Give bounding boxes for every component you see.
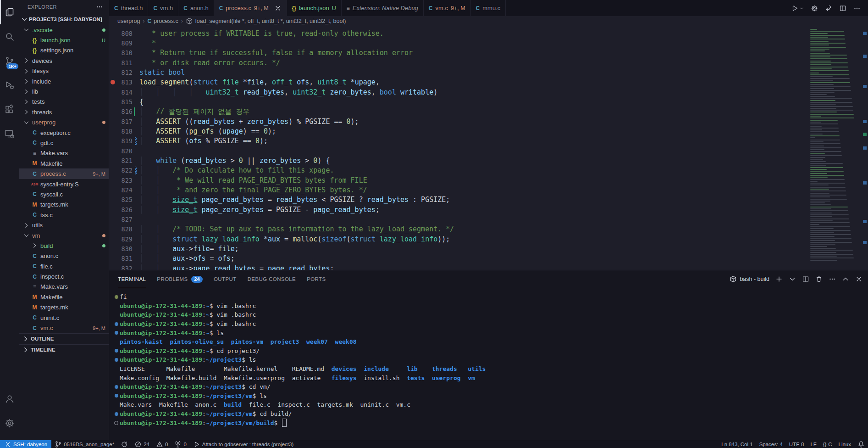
- close-panel-button[interactable]: [855, 275, 862, 283]
- tree-item-build[interactable]: build: [19, 241, 109, 251]
- tree-item-anon-c[interactable]: Canon.c: [19, 251, 109, 261]
- status-platform[interactable]: Linux: [835, 440, 855, 448]
- breadcrumb-item[interactable]: Cprocess.c: [148, 18, 178, 24]
- command-decoration[interactable]: [113, 349, 120, 353]
- code-area[interactable]: 808 * user process if WRITABLE is true, …: [109, 26, 807, 270]
- tab-thread-h[interactable]: Cthread.h: [109, 0, 148, 16]
- maximize-panel-button[interactable]: [842, 275, 849, 283]
- tree-item-tests[interactable]: tests: [19, 97, 109, 107]
- tree-item-devices[interactable]: devices: [19, 56, 109, 66]
- tab-mmu-c[interactable]: Cmmu.c: [471, 0, 506, 16]
- tree-item-userprog[interactable]: userprog: [19, 118, 109, 128]
- tab-vm-h[interactable]: Cvm.h: [148, 0, 178, 16]
- activity-item-explorer[interactable]: [0, 0, 19, 24]
- status-git-branch[interactable]: 0516DS_anon_page*: [51, 440, 117, 448]
- compare-changes-button[interactable]: [825, 5, 832, 12]
- tab-extension-native-debug[interactable]: ≡Extension: Native Debug: [342, 0, 424, 16]
- tree-item-lib[interactable]: lib: [19, 86, 109, 96]
- tree-item-threads[interactable]: threads: [19, 107, 109, 117]
- tree-item-make-vars[interactable]: ≡Make.vars: [19, 282, 109, 292]
- panel-tab-ports[interactable]: PORTS: [307, 270, 326, 288]
- tree-item-exception-c[interactable]: Cexception.c: [19, 128, 109, 138]
- run-button[interactable]: [791, 5, 804, 12]
- breadcrumb-item[interactable]: load_segment(file *, off_t, uint8_t *, u…: [186, 17, 346, 25]
- command-decoration[interactable]: [113, 331, 120, 335]
- activity-item-run-debug[interactable]: [0, 73, 19, 97]
- command-decoration[interactable]: [113, 412, 120, 416]
- command-decoration[interactable]: [113, 385, 120, 389]
- tab-process-c[interactable]: Cprocess.c9+, M: [214, 0, 287, 16]
- new-terminal-button[interactable]: [775, 275, 783, 283]
- panel-tab-terminal[interactable]: TERMINAL: [118, 270, 146, 288]
- tree-item-makefile[interactable]: MMakefile: [19, 292, 109, 302]
- tab-vm-c[interactable]: Cvm.c9+, M: [424, 0, 471, 16]
- more-actions-icon[interactable]: [96, 3, 103, 11]
- status-remote-indicator[interactable]: SSH: dabyeon: [0, 440, 51, 448]
- tree-item-launch-json[interactable]: {}launch.jsonU: [19, 35, 109, 45]
- tree-item--vscode[interactable]: .vscode: [19, 25, 109, 35]
- sidebar-section-outline[interactable]: OUTLINE: [19, 333, 109, 344]
- status-encoding[interactable]: UTF-8: [786, 440, 807, 448]
- project-root-folder[interactable]: PROJECT3 [SSH: DABYEON]: [19, 14, 109, 25]
- settings-button[interactable]: [811, 5, 818, 12]
- status-indentation[interactable]: Spaces: 4: [756, 440, 786, 448]
- panel-tab-output[interactable]: OUTPUT: [214, 270, 237, 288]
- split-editor-button[interactable]: [839, 5, 846, 12]
- activity-item-source-control[interactable]: 1K+: [0, 49, 19, 73]
- tree-item-vm[interactable]: vm: [19, 230, 109, 241]
- breadcrumb-item[interactable]: userprog: [117, 18, 140, 24]
- tree-item-targets-mk[interactable]: Mtargets.mk: [19, 302, 109, 313]
- sidebar-section-timeline[interactable]: TIMELINE: [19, 344, 109, 355]
- status-sync[interactable]: [117, 440, 131, 448]
- tree-item-uninit-c[interactable]: Cuninit.c: [19, 313, 109, 323]
- terminal-session[interactable]: bash - build: [730, 275, 769, 283]
- panel-tab-debug-console[interactable]: DEBUG CONSOLE: [248, 270, 296, 288]
- tree-item-tss-c[interactable]: Ctss.c: [19, 210, 109, 220]
- activity-item-account[interactable]: [0, 386, 19, 411]
- tree-item-make-vars[interactable]: ≡Make.vars: [19, 148, 109, 158]
- tree-item-settings-json[interactable]: {}settings.json: [19, 45, 109, 56]
- status-debug-launch[interactable]: Attach to gdbserver : threads (project3): [190, 440, 297, 448]
- tree-item-inspect-c[interactable]: Cinspect.c: [19, 271, 109, 281]
- tree-item-targets-mk[interactable]: Mtargets.mk: [19, 200, 109, 210]
- command-decoration[interactable]: [113, 421, 120, 425]
- command-decoration[interactable]: [113, 295, 120, 299]
- status-language-mode[interactable]: {}C: [820, 440, 835, 448]
- close-icon[interactable]: [274, 5, 282, 12]
- status-eol[interactable]: LF: [807, 440, 819, 448]
- status-ports[interactable]: 0: [171, 440, 189, 448]
- tree-item-process-c[interactable]: Cprocess.c9+, M: [19, 168, 109, 179]
- tree-item-filesys[interactable]: filesys: [19, 66, 109, 76]
- more-actions-button[interactable]: [829, 275, 836, 283]
- tree-item-utils[interactable]: utils: [19, 220, 109, 230]
- tree-item-syscall-entry-s[interactable]: ASMsyscall-entry.S: [19, 179, 109, 189]
- activity-item-remote-explorer[interactable]: [0, 122, 19, 146]
- tree-item-include[interactable]: include: [19, 76, 109, 86]
- activity-item-search[interactable]: [0, 24, 19, 49]
- tab-anon-h[interactable]: Canon.h: [178, 0, 214, 16]
- breakpoint[interactable]: [109, 80, 116, 84]
- minimap[interactable]: [807, 26, 862, 270]
- terminal-profiles-dropdown[interactable]: [789, 275, 796, 283]
- tree-item-file-c[interactable]: Cfile.c: [19, 261, 109, 271]
- tree-item-vm-c[interactable]: Cvm.c9+, M: [19, 323, 109, 333]
- status-cursor-position[interactable]: Ln 843, Col 1: [718, 440, 756, 448]
- activity-item-extensions[interactable]: [0, 97, 19, 122]
- split-terminal-button[interactable]: [802, 275, 809, 283]
- terminal-output[interactable]: fiubuntu@ip-172-31-44-189:~$ vim .bashrc…: [109, 288, 868, 440]
- status-warnings[interactable]: 0: [153, 440, 171, 448]
- more-actions-button[interactable]: [853, 5, 861, 12]
- tree-item-gdt-c[interactable]: Cgdt.c: [19, 138, 109, 148]
- status-errors[interactable]: 24: [131, 440, 153, 448]
- command-decoration[interactable]: [113, 394, 120, 398]
- tree-item-makefile[interactable]: MMakefile: [19, 158, 109, 168]
- panel-tab-problems[interactable]: PROBLEMS24: [157, 270, 203, 288]
- status-notifications[interactable]: [854, 440, 868, 448]
- minimap-line: [810, 47, 846, 48]
- command-decoration[interactable]: [113, 358, 120, 362]
- kill-terminal-button[interactable]: [815, 275, 823, 283]
- tab-launch-json[interactable]: {}launch.jsonU: [287, 0, 342, 16]
- tree-item-syscall-c[interactable]: Csyscall.c: [19, 189, 109, 199]
- command-decoration[interactable]: [113, 322, 120, 326]
- activity-item-settings[interactable]: [0, 411, 19, 435]
